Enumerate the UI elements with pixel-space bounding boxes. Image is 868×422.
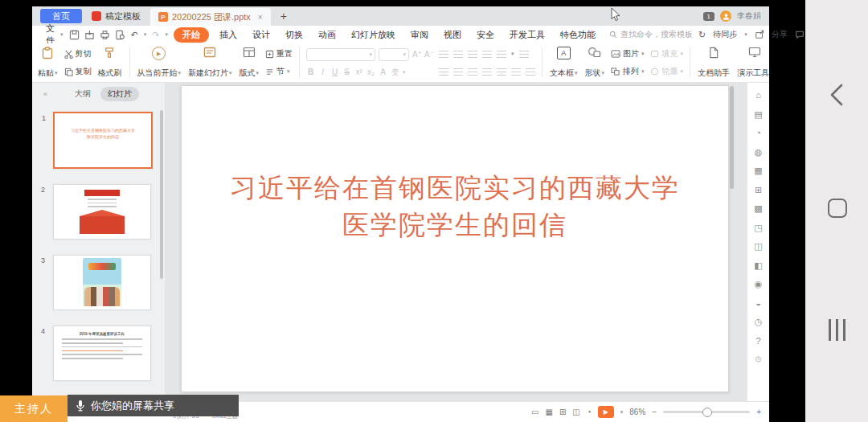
slide-title[interactable]: 习近平给在首钢医院实习的西藏大学 医学院学生的回信: [182, 170, 728, 244]
zoom-level[interactable]: 86%: [629, 408, 645, 416]
increase-font-button[interactable]: A⁺: [412, 50, 421, 59]
right-toolbar-icon[interactable]: ◉: [755, 280, 763, 289]
command-search-box[interactable]: 查找命令，搜索模板: [609, 29, 693, 40]
notification-badge[interactable]: 1: [703, 12, 714, 21]
slide-layout-button[interactable]: 版式▾: [239, 45, 260, 80]
subscript-button[interactable]: x₂: [366, 68, 375, 76]
account-name[interactable]: 李春娟: [737, 10, 761, 22]
strikethrough-button[interactable]: S: [342, 68, 351, 76]
right-toolbar-icon[interactable]: ◍: [755, 148, 763, 157]
right-toolbar-icon[interactable]: ⊞: [755, 186, 762, 195]
canvas-scrollbar[interactable]: [730, 86, 734, 189]
right-toolbar-icon[interactable]: ◷: [755, 318, 763, 326]
close-tab-icon[interactable]: ×: [258, 13, 263, 22]
arrange-button[interactable]: 排列 ▾: [611, 66, 645, 77]
slide-thumbnail-3[interactable]: 3: [53, 255, 151, 310]
account-avatar[interactable]: [720, 10, 731, 22]
cut-button[interactable]: 剪切: [64, 48, 92, 59]
right-toolbar-icon[interactable]: ◔: [755, 129, 761, 137]
right-toolbar-icon[interactable]: ⌂: [755, 91, 761, 100]
decrease-indent-icon[interactable]: [468, 51, 477, 58]
share-button[interactable]: 分享: [772, 29, 788, 40]
right-toolbar-icon[interactable]: ▩: [754, 204, 762, 213]
shape-fill-button[interactable]: 填充 ▾: [650, 48, 684, 59]
line-spacing-caret-icon[interactable]: ▾: [511, 51, 514, 57]
new-slide-button[interactable]: 新建幻灯片▾: [187, 45, 233, 80]
copy-button[interactable]: 复制: [64, 66, 92, 77]
font-color-button[interactable]: A: [379, 68, 387, 76]
notes-view-icon[interactable]: ▭: [531, 408, 538, 416]
screen-share-banner[interactable]: 你您娟的屏幕共享: [68, 395, 239, 416]
font-size-select[interactable]: ▾: [379, 48, 409, 61]
right-toolbar-icon[interactable]: ◒: [755, 299, 761, 308]
textbox-button[interactable]: A 文本框▾: [549, 45, 579, 80]
outline-tab[interactable]: 大纲: [75, 88, 91, 100]
print-icon[interactable]: [100, 30, 110, 40]
picture-button[interactable]: 图片 ▾: [611, 48, 645, 59]
distribute-icon[interactable]: [497, 68, 506, 76]
slideshow-caret-icon[interactable]: ▾: [620, 409, 624, 416]
shape-outline-button[interactable]: 轮廓 ▾: [650, 66, 684, 77]
reset-slide-button[interactable]: 重置: [265, 48, 293, 59]
print-preview-icon[interactable]: [115, 30, 125, 40]
nav-recents-icon[interactable]: [829, 319, 845, 341]
line-spacing-icon[interactable]: [497, 51, 506, 58]
menu-tab-insert[interactable]: 插入: [215, 28, 242, 42]
right-toolbar-icon[interactable]: ▤: [754, 110, 762, 119]
menu-tab-security[interactable]: 安全: [472, 28, 499, 42]
nav-home-icon[interactable]: [828, 199, 847, 218]
menu-tab-home[interactable]: 开始: [174, 27, 209, 43]
slide-thumbnail-1[interactable]: 1 习近平给在首钢医院实习的西藏大学 医学院学生的回信: [53, 112, 153, 169]
text-effect-button[interactable]: 变: [391, 67, 399, 78]
section-button[interactable]: 节 ▾: [265, 66, 293, 77]
menu-tab-devtools[interactable]: 开发工具: [505, 28, 550, 42]
bullet-list-icon[interactable]: [439, 51, 448, 58]
align-right-icon[interactable]: [468, 68, 477, 76]
right-toolbar-icon[interactable]: ◧: [754, 261, 762, 270]
align-center-icon[interactable]: [453, 68, 463, 76]
font-name-select[interactable]: ▾: [306, 48, 375, 61]
sync-caret-icon[interactable]: ▾: [744, 31, 747, 38]
doc-assistant-button[interactable]: 文档助手: [697, 45, 731, 80]
paste-button[interactable]: 粘贴▾: [37, 45, 59, 80]
nav-back-icon[interactable]: [828, 83, 845, 107]
zoom-slider[interactable]: [663, 411, 750, 413]
decrease-font-button[interactable]: A⁻: [424, 50, 433, 59]
italic-button[interactable]: I: [318, 68, 327, 76]
menu-tab-review[interactable]: 审阅: [406, 28, 433, 42]
slide-thumbnail-4[interactable]: 4 2019 年度团员教育评议工作: [53, 326, 151, 381]
justify-icon[interactable]: [482, 68, 492, 76]
right-toolbar-icon[interactable]: ▦: [754, 166, 762, 175]
underline-button[interactable]: U: [330, 68, 339, 76]
save-icon[interactable]: [69, 30, 80, 40]
format-painter-button[interactable]: 格式刷: [97, 45, 123, 80]
right-toolbar-icon[interactable]: ◳: [754, 223, 762, 232]
settings-gear-icon[interactable]: ⚙: [755, 355, 763, 364]
redo-button[interactable]: ↷: [152, 30, 159, 40]
sync-status[interactable]: 待同步: [713, 29, 737, 40]
normal-view-icon[interactable]: ▦: [545, 408, 552, 416]
current-slide[interactable]: 习近平给在首钢医院实习的西藏大学 医学院学生的回信: [181, 85, 729, 392]
columns-icon[interactable]: [511, 68, 521, 76]
eye-protect-icon[interactable]: ◔: [587, 408, 592, 416]
home-tab-button[interactable]: 首页: [40, 9, 82, 23]
export-pdf-icon[interactable]: [84, 30, 95, 40]
bold-button[interactable]: B: [306, 68, 315, 76]
slides-tab[interactable]: 幻灯片: [100, 87, 139, 101]
collapse-panel-icon[interactable]: «: [43, 90, 47, 98]
menu-tab-transition[interactable]: 切换: [280, 28, 308, 42]
menu-tab-features[interactable]: 特色功能: [555, 28, 600, 42]
panel-scrollbar[interactable]: [160, 110, 163, 279]
text-effect-caret-icon[interactable]: ▾: [403, 69, 406, 76]
undo-button[interactable]: ↶: [131, 30, 138, 40]
new-tab-button[interactable]: +: [280, 10, 287, 23]
menu-tab-slideshow[interactable]: 幻灯片放映: [346, 28, 400, 42]
tab-active-document[interactable]: P 20200225 团课.pptx ×: [150, 8, 271, 26]
right-toolbar-icon[interactable]: ◫: [754, 242, 762, 251]
quickbar-customize-icon[interactable]: ▾: [165, 31, 168, 38]
menu-tab-design[interactable]: 设计: [248, 28, 275, 42]
superscript-button[interactable]: x²: [354, 68, 363, 76]
undo-caret-icon[interactable]: ▾: [144, 31, 147, 38]
numbered-list-icon[interactable]: [453, 51, 463, 58]
menu-tab-view[interactable]: 视图: [439, 28, 466, 42]
